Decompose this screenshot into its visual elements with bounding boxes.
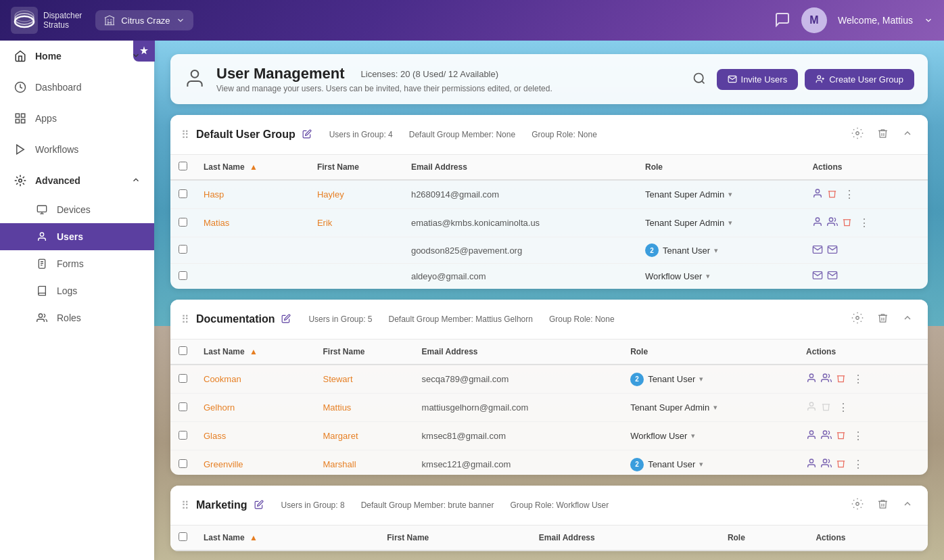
edit-group-marketing-button[interactable] — [254, 500, 264, 511]
delete-action[interactable] — [836, 373, 846, 386]
group-collapse-button-documentation[interactable] — [898, 310, 917, 329]
first-name-link[interactable]: Margaret — [323, 431, 358, 441]
group-name-documentation: Documentation — [196, 313, 275, 325]
sidebar-item-home[interactable]: Home — [0, 41, 154, 72]
profile-action[interactable] — [806, 373, 817, 386]
more-action[interactable]: ⋮ — [850, 428, 866, 444]
last-name-link[interactable]: Matias — [204, 218, 229, 228]
svg-point-23 — [818, 76, 821, 79]
chat-button[interactable] — [774, 11, 790, 30]
last-name-link[interactable]: Glass — [204, 431, 226, 441]
create-user-group-button[interactable]: Create User Group — [805, 69, 914, 90]
row-checkbox[interactable] — [179, 218, 187, 227]
more-action[interactable]: ⋮ — [856, 215, 872, 231]
role-dropdown[interactable]: ▾ — [691, 431, 695, 440]
delete-action[interactable] — [836, 459, 846, 471]
role-dropdown[interactable]: ▾ — [714, 246, 718, 255]
user-menu-chevron[interactable] — [924, 16, 933, 25]
group-default-member-documentation: Default Group Member: Mattius Gelhorn — [389, 314, 533, 324]
sidebar-item-apps[interactable]: Apps — [0, 103, 154, 134]
role-dropdown[interactable]: ▾ — [728, 190, 732, 199]
group-action[interactable] — [827, 216, 838, 229]
role-dropdown[interactable]: ▾ — [699, 460, 703, 469]
last-name-link[interactable]: Hasp — [204, 189, 224, 200]
drag-handle[interactable]: ⠿ — [181, 499, 189, 512]
role-dropdown[interactable]: ▾ — [713, 403, 717, 412]
group-header-documentation: ⠿ Documentation Users in Group: 5 Defaul… — [170, 300, 928, 340]
row-checkbox[interactable] — [179, 189, 187, 198]
first-name-link[interactable]: Erik — [317, 218, 332, 228]
sidebar-item-workflows[interactable]: Workflows — [0, 134, 154, 165]
row-checkbox[interactable] — [179, 374, 187, 383]
last-name-link[interactable]: Gelhorn — [204, 402, 235, 413]
search-button[interactable] — [688, 68, 710, 91]
profile-action[interactable] — [806, 458, 817, 471]
home-chevron — [131, 51, 141, 62]
select-all-default[interactable] — [179, 162, 187, 170]
svg-rect-7 — [16, 120, 19, 123]
more-action[interactable]: ⋮ — [835, 400, 851, 415]
sidebar-home-label: Home — [35, 51, 62, 62]
row-checkbox[interactable] — [179, 431, 187, 440]
group-settings-button-default[interactable] — [847, 124, 868, 145]
more-action[interactable]: ⋮ — [850, 457, 866, 472]
group-delete-button-marketing[interactable] — [873, 496, 893, 515]
envelope2-action[interactable] — [827, 244, 838, 257]
profile-action[interactable] — [812, 188, 823, 201]
group-action[interactable] — [821, 373, 832, 386]
profile-action[interactable] — [812, 216, 823, 229]
select-all-documentation[interactable] — [179, 346, 187, 355]
role-badge: 2 — [630, 373, 644, 386]
group-delete-button-documentation[interactable] — [873, 310, 893, 329]
last-name-link[interactable]: Cookman — [204, 374, 241, 384]
group-action[interactable] — [821, 429, 832, 442]
sidebar-item-logs[interactable]: Logs — [0, 277, 154, 304]
group-name-marketing: Marketing — [196, 499, 247, 511]
invite-users-button[interactable]: Invite Users — [717, 69, 799, 90]
group-collapse-button-marketing[interactable] — [898, 496, 917, 515]
delete-action[interactable] — [836, 430, 846, 442]
row-checkbox[interactable] — [179, 245, 187, 254]
delete-action[interactable] — [827, 189, 837, 201]
sidebar-item-devices[interactable]: Devices — [0, 196, 154, 223]
last-name-link[interactable]: Greenville — [204, 459, 243, 469]
sidebar-item-dashboard[interactable]: Dashboard — [0, 72, 154, 103]
envelope2-action[interactable] — [827, 270, 838, 283]
first-name-link[interactable]: Stewart — [323, 374, 352, 384]
group-delete-button-default[interactable] — [873, 125, 893, 145]
envelope-action[interactable] — [812, 244, 823, 257]
more-action[interactable]: ⋮ — [850, 371, 866, 387]
row-checkbox[interactable] — [179, 271, 187, 280]
role-dropdown[interactable]: ▾ — [699, 375, 703, 383]
delete-action[interactable] — [842, 217, 852, 229]
sidebar-item-roles[interactable]: Roles — [0, 304, 154, 331]
select-all-marketing[interactable] — [179, 532, 187, 541]
group-header-actions-documentation — [847, 309, 917, 329]
first-name-link[interactable]: Hayley — [317, 189, 344, 200]
group-settings-button-documentation[interactable] — [847, 309, 868, 329]
drag-handle[interactable]: ⠿ — [181, 313, 189, 326]
group-settings-button-marketing[interactable] — [847, 495, 868, 515]
group-role-documentation: Group Role: None — [549, 314, 615, 324]
col-actions-doc: Actions — [798, 340, 928, 365]
envelope-action[interactable] — [812, 270, 823, 283]
logo[interactable]: Dispatcher Stratus — [11, 7, 82, 34]
drag-handle[interactable]: ⠿ — [181, 129, 189, 141]
sidebar-item-users[interactable]: Users — [0, 223, 154, 250]
more-action[interactable]: ⋮ — [841, 187, 857, 202]
role-dropdown[interactable]: ▾ — [706, 272, 710, 281]
profile-action[interactable] — [806, 429, 817, 442]
avatar[interactable]: M — [801, 7, 827, 33]
edit-group-default-button[interactable] — [302, 129, 312, 141]
first-name-link[interactable]: Mattius — [323, 402, 351, 413]
edit-group-documentation-button[interactable] — [281, 314, 291, 325]
sidebar-item-advanced[interactable]: Advanced — [0, 165, 154, 196]
role-dropdown[interactable]: ▾ — [728, 218, 732, 227]
group-collapse-button-default[interactable] — [898, 125, 917, 144]
row-checkbox[interactable] — [179, 459, 187, 468]
first-name-link[interactable]: Marshall — [323, 459, 356, 469]
org-selector[interactable]: Citrus Craze — [95, 10, 193, 30]
row-checkbox[interactable] — [179, 402, 187, 411]
sidebar-item-forms[interactable]: Forms — [0, 250, 154, 277]
group-action[interactable] — [821, 458, 832, 471]
